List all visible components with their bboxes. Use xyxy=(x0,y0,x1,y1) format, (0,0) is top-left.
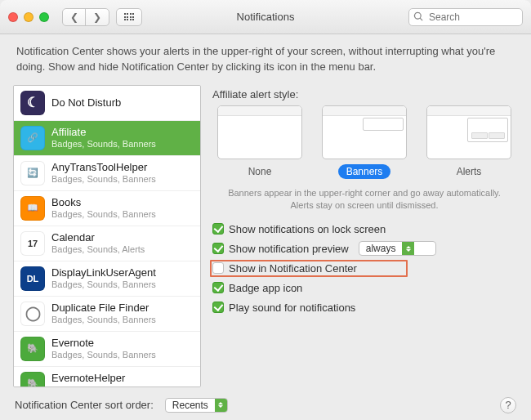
sidebar-item-label: DisplayLinkUserAgent xyxy=(51,266,156,279)
opt-in-nc[interactable]: Show in Notification Center xyxy=(212,258,518,278)
app-icon: 📖 xyxy=(20,196,45,221)
sidebar-item-label: Affiliate xyxy=(51,126,156,139)
alert-style-header: Affiliate alert style: xyxy=(211,85,518,105)
sidebar-item-sub: Badges, Sounds, Banners xyxy=(51,139,156,150)
opt-sound[interactable]: Play sound for notifications xyxy=(212,297,518,317)
sidebar-item-label: AnyTransToolHelper xyxy=(51,161,156,174)
sidebar-item-sub: Badges, Sounds, Banners xyxy=(51,350,156,360)
alert-style-row: 🔍 ≡ None 🔍 ≡ Banners 🔍 ≡ Alerts xyxy=(211,105,518,182)
nav-back-forward: ❮ ❯ xyxy=(62,8,109,26)
close-window-button[interactable] xyxy=(8,12,18,22)
help-button[interactable]: ? xyxy=(500,397,516,413)
sidebar-item-text: AnyTransToolHelperBadges, Sounds, Banner… xyxy=(51,161,156,185)
sidebar-item-text: Duplicate File FinderBadges, Sounds, Ban… xyxy=(51,302,156,325)
sidebar-item-do-not-disturb[interactable]: ☾Do Not Disturb xyxy=(14,86,200,121)
sidebar-item-label: Evernote xyxy=(51,337,156,350)
sidebar-item-affiliate[interactable]: 🔗AffiliateBadges, Sounds, Banners xyxy=(14,121,200,156)
app-icon: ☾ xyxy=(20,91,45,115)
chevron-updown-icon xyxy=(402,242,414,255)
sidebar-item-text: DisplayLinkUserAgentBadges, Sounds, Bann… xyxy=(51,266,156,290)
checkbox-icon xyxy=(212,282,224,293)
options-list: Show notifications on lock screen Show n… xyxy=(211,219,518,317)
checkbox-icon xyxy=(212,243,224,254)
show-all-prefs-button[interactable] xyxy=(116,8,142,26)
sidebar-item-sub: Badges, Sounds, Banners xyxy=(51,209,156,220)
sidebar-item-label: Calendar xyxy=(51,231,145,244)
sidebar-item-evernotehelper[interactable]: 🐘EvernoteHelperBadges, Sounds, Alerts xyxy=(14,367,200,387)
sort-order-label: Notification Center sort order: xyxy=(15,399,154,411)
pane-description: Notification Center shows your alerts in… xyxy=(0,34,531,80)
sidebar-item-text: EvernoteBadges, Sounds, Banners xyxy=(51,337,156,360)
sidebar-item-label: EvernoteHelper xyxy=(51,372,145,385)
sidebar-item-duplicate-file-finder[interactable]: ◯Duplicate File FinderBadges, Sounds, Ba… xyxy=(14,297,200,332)
search-input[interactable] xyxy=(408,8,523,26)
app-icon: 🐘 xyxy=(20,337,45,361)
sidebar-item-evernote[interactable]: 🐘EvernoteBadges, Sounds, Banners xyxy=(14,332,200,367)
opt-label: Show in Notification Center xyxy=(229,262,357,275)
alert-style-alerts[interactable]: 🔍 ≡ Alerts xyxy=(425,105,513,179)
select-value: always xyxy=(359,243,403,254)
checkbox-icon xyxy=(212,262,224,274)
sidebar-item-text: Do Not Disturb xyxy=(51,96,121,109)
titlebar: ❮ ❯ Notifications xyxy=(0,0,531,34)
sidebar-item-text: AffiliateBadges, Sounds, Banners xyxy=(51,126,156,150)
alert-style-banners[interactable]: 🔍 ≡ Banners xyxy=(320,105,408,179)
sidebar-item-label: Books xyxy=(51,196,156,209)
sidebar-item-sub: Badges, Sounds, Banners xyxy=(51,279,156,290)
app-icon: ◯ xyxy=(20,302,45,326)
opt-highlight: Show in Notification Center xyxy=(210,260,408,277)
fullscreen-window-button[interactable] xyxy=(39,12,49,22)
footer: Notification Center sort order: Recents … xyxy=(0,392,531,420)
app-icon: 🔄 xyxy=(20,161,45,185)
sidebar-item-sub: Badges, Sounds, Banners xyxy=(51,315,156,325)
alert-style-none[interactable]: 🔍 ≡ None xyxy=(216,105,304,179)
opt-label: Show notification preview xyxy=(229,243,349,255)
app-icon: 🔗 xyxy=(20,126,45,150)
app-icon: DL xyxy=(20,266,45,291)
detail-pane: Affiliate alert style: 🔍 ≡ None 🔍 ≡ Bann… xyxy=(211,85,518,387)
window-controls xyxy=(8,12,49,22)
alert-style-hint: Banners appear in the upper-right corner… xyxy=(211,182,518,220)
grid-icon xyxy=(124,13,135,20)
style-thumb-none: 🔍 ≡ xyxy=(217,105,302,159)
style-label-none: None xyxy=(235,164,284,179)
sort-order-select[interactable]: Recents xyxy=(165,398,228,413)
opt-badge[interactable]: Badge app icon xyxy=(212,278,518,297)
sidebar-item-text: CalendarBadges, Sounds, Alerts xyxy=(51,231,145,255)
search-icon xyxy=(413,11,424,22)
checkbox-icon xyxy=(212,223,224,235)
sidebar-item-displaylinkuseragent[interactable]: DLDisplayLinkUserAgentBadges, Sounds, Ba… xyxy=(14,261,200,297)
sidebar-item-text: EvernoteHelperBadges, Sounds, Alerts xyxy=(51,372,145,386)
forward-button[interactable]: ❯ xyxy=(86,9,109,25)
sidebar-item-sub: Badges, Sounds, Banners xyxy=(51,174,156,185)
style-label-banners: Banners xyxy=(338,164,391,179)
checkbox-icon xyxy=(212,302,224,313)
opt-label: Play sound for notifications xyxy=(229,302,355,314)
sidebar-item-books[interactable]: 📖BooksBadges, Sounds, Banners xyxy=(14,191,200,226)
select-value: Recents xyxy=(166,400,215,411)
app-icon: 🐘 xyxy=(20,372,45,387)
search-wrap xyxy=(408,8,523,26)
sidebar-item-label: Duplicate File Finder xyxy=(51,302,156,315)
opt-lock-screen[interactable]: Show notifications on lock screen xyxy=(212,219,518,239)
opt-label: Show notifications on lock screen xyxy=(229,223,386,235)
sidebar-item-sub: Badges, Sounds, Alerts xyxy=(51,385,145,387)
style-thumb-alerts: 🔍 ≡ xyxy=(426,105,511,159)
sidebar-item-sub: Badges, Sounds, Alerts xyxy=(51,244,145,255)
sidebar-item-text: BooksBadges, Sounds, Banners xyxy=(51,196,156,220)
sidebar-item-label: Do Not Disturb xyxy=(51,96,121,109)
back-button[interactable]: ❮ xyxy=(63,9,86,25)
preview-select[interactable]: always xyxy=(359,241,436,256)
style-label-alerts: Alerts xyxy=(444,164,493,179)
app-list[interactable]: ☾Do Not Disturb🔗AffiliateBadges, Sounds,… xyxy=(13,85,201,387)
sidebar-item-anytranstoolhelper[interactable]: 🔄AnyTransToolHelperBadges, Sounds, Banne… xyxy=(14,156,200,191)
app-icon: 17 xyxy=(20,231,45,256)
chevron-updown-icon xyxy=(215,399,227,412)
opt-label: Badge app icon xyxy=(229,282,302,294)
sidebar-item-calendar[interactable]: 17CalendarBadges, Sounds, Alerts xyxy=(14,226,200,261)
content-area: ☾Do Not Disturb🔗AffiliateBadges, Sounds,… xyxy=(0,80,531,392)
opt-preview[interactable]: Show notification preview always xyxy=(212,239,518,258)
minimize-window-button[interactable] xyxy=(24,12,33,22)
style-thumb-banners: 🔍 ≡ xyxy=(322,105,407,159)
